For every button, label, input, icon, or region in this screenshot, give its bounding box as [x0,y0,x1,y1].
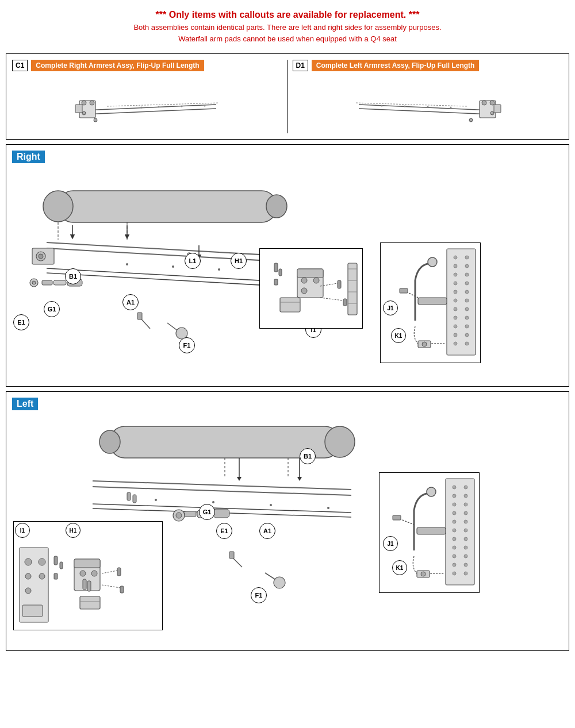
svg-rect-144 [60,562,63,569]
svg-point-86 [454,299,457,302]
callout-F1-right: F1 [179,337,195,353]
svg-point-137 [25,588,31,594]
svg-point-24 [427,106,428,108]
svg-point-9 [141,107,143,109]
svg-point-81 [465,273,469,276]
left-assembly-label: D1 Complete Left Armrest Assy, Flip-Up F… [293,60,564,71]
svg-point-16 [482,101,486,105]
assemblies-row: C1 Complete Right Armrest Assy, Flip-Up … [6,53,569,140]
right-assembly-label: C1 Complete Right Armrest Assy, Flip-Up … [12,60,283,71]
svg-point-17 [490,101,494,105]
right-assembly-svg [67,79,228,130]
svg-point-39 [32,281,36,284]
svg-point-114 [176,513,182,518]
svg-point-106 [99,430,120,453]
callout-B1-left: B1 [300,448,316,464]
svg-point-59 [313,278,319,283]
right-inset-svg [263,252,361,326]
svg-point-47 [126,263,128,265]
svg-line-8 [107,103,219,106]
svg-rect-69 [343,299,347,306]
svg-point-156 [464,486,467,489]
callout-K1-left: K1 [392,560,407,575]
svg-point-168 [464,537,467,541]
svg-point-28 [266,195,287,218]
svg-point-48 [172,265,174,268]
svg-point-18 [490,111,494,115]
left-section-panel: Left [6,391,569,651]
svg-rect-146 [80,596,100,609]
right-assembly-text: Complete Right Armrest Assy, Flip-Up Ful… [31,60,204,71]
right-section-content: B1 A1 E1 G1 F1 L1 H1 I1 [12,168,563,380]
left-assembly-text: Complete Left Armrest Assy, Flip-Up Full… [312,60,480,71]
svg-point-164 [464,520,467,523]
callout-K1-right: K1 [391,328,406,343]
svg-rect-26 [58,191,277,222]
svg-point-101 [422,342,427,346]
svg-point-37 [39,254,43,259]
header-line2: Both assemblies contain identical parts.… [6,22,569,33]
left-section-content: B1 A1 G1 E1 F1 L1 I1 H1 [12,415,563,645]
svg-point-161 [453,511,456,515]
svg-rect-151 [120,586,124,593]
svg-point-125 [327,507,329,509]
svg-point-162 [464,511,467,515]
svg-rect-145 [54,573,57,579]
callout-E1-left: E1 [216,523,232,539]
svg-rect-143 [54,556,57,565]
svg-point-121 [274,577,285,588]
svg-point-90 [454,316,457,319]
svg-point-4 [90,101,94,105]
callout-E1-right: E1 [13,314,29,330]
svg-point-76 [454,256,457,259]
svg-point-89 [465,307,469,311]
left-assembly-svg [347,79,508,130]
svg-rect-154 [446,479,474,585]
callout-J1-left: J1 [383,536,398,551]
svg-rect-182 [393,515,401,520]
svg-rect-149 [117,568,121,576]
callout-I1-left: I1 [15,523,30,538]
right-assembly-image [12,76,283,133]
svg-point-133 [25,558,32,565]
svg-rect-178 [417,527,446,534]
svg-point-124 [270,504,272,506]
svg-point-88 [454,307,457,311]
callout-G1-right: G1 [44,301,60,317]
svg-point-25 [450,107,451,109]
callout-G1-left: G1 [199,504,215,520]
svg-point-172 [464,554,467,558]
svg-rect-19 [494,105,501,113]
svg-point-93 [465,325,469,328]
svg-point-23 [404,106,405,107]
svg-point-7 [94,118,97,122]
svg-point-84 [454,290,457,294]
svg-point-135 [25,573,31,579]
svg-rect-152 [83,579,86,590]
svg-point-157 [453,494,456,498]
svg-rect-40 [42,280,52,285]
svg-point-12 [204,105,206,107]
svg-point-142 [91,571,97,576]
right-section-panel: Right [6,144,569,387]
svg-line-150 [102,585,120,588]
svg-point-175 [453,572,456,575]
svg-point-141 [80,571,86,576]
svg-point-166 [464,529,467,532]
svg-point-58 [301,278,307,283]
svg-rect-119 [229,552,234,558]
svg-rect-75 [447,249,476,355]
svg-point-176 [464,572,467,575]
callout-A1-left: A1 [259,523,275,539]
callout-L1-right: L1 [185,253,201,269]
svg-point-94 [454,333,457,337]
svg-rect-127 [133,495,136,503]
svg-rect-126 [127,492,131,500]
svg-rect-117 [213,509,229,518]
svg-point-77 [465,256,469,259]
svg-rect-115 [185,511,196,517]
right-inset-jk: J1 K1 [380,242,481,363]
svg-rect-103 [400,288,408,293]
callout-B1-right: B1 [65,268,81,284]
svg-marker-131 [237,477,241,481]
